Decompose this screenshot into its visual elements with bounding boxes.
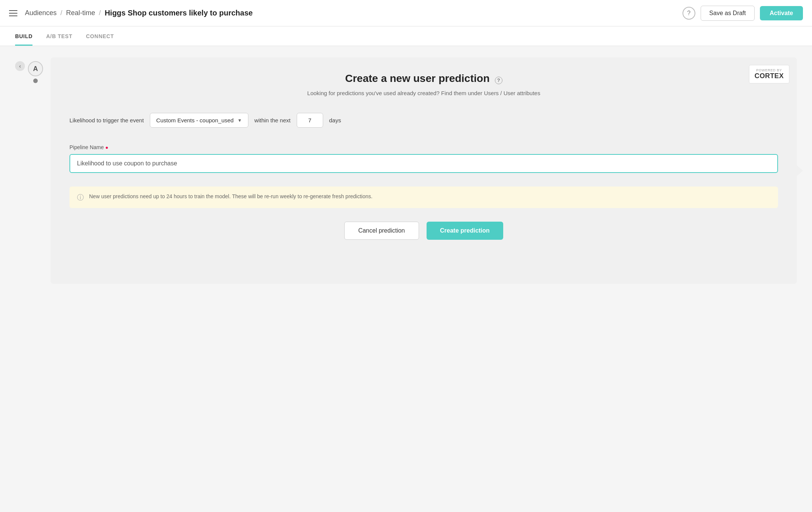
notice-box: ⓘ New user predictions need up to 24 hou… <box>69 187 778 208</box>
days-input[interactable] <box>297 113 323 128</box>
help-icon[interactable]: ? <box>683 7 695 20</box>
breadcrumb-realtime[interactable]: Real-time <box>66 9 95 17</box>
event-dropdown-value: Custom Events - coupon_used <box>156 117 234 123</box>
required-star: ● <box>105 145 108 150</box>
breadcrumb-sep-1: / <box>60 9 62 17</box>
create-prediction-button[interactable]: Create prediction <box>427 222 504 240</box>
powered-by-label: POWERED BY <box>755 68 784 72</box>
breadcrumb-current: Higgs Shop customers likely to purchase <box>105 9 253 17</box>
days-label: days <box>329 117 341 123</box>
notice-text: New user predictions need up to 24 hours… <box>89 193 373 200</box>
info-icon: ⓘ <box>77 193 84 202</box>
top-bar-actions: ? Save as Draft Activate <box>683 6 803 21</box>
card-title: Create a new user prediction ? <box>69 72 778 85</box>
cancel-prediction-button[interactable]: Cancel prediction <box>344 222 419 240</box>
tab-build[interactable]: BUILD <box>15 26 32 46</box>
chevron-down-icon: ▼ <box>237 118 242 123</box>
pipeline-name-label: Pipeline Name ● <box>69 144 778 150</box>
breadcrumb: Audiences / Real-time / Higgs Shop custo… <box>25 9 683 17</box>
side-indicator: A <box>28 57 43 284</box>
main-content: ‹ A POWERED BY CORTEX Create a new user … <box>0 46 812 295</box>
collapse-arrow[interactable]: ‹ <box>15 61 25 71</box>
title-help-icon[interactable]: ? <box>495 77 502 84</box>
cortex-name: CORTEX <box>755 72 784 80</box>
cortex-badge: POWERED BY CORTEX <box>749 65 789 83</box>
save-draft-button[interactable]: Save as Draft <box>701 6 755 21</box>
event-label: Likelihood to trigger the event <box>69 117 144 123</box>
segment-dot <box>33 79 38 83</box>
event-dropdown[interactable]: Custom Events - coupon_used ▼ <box>150 113 248 128</box>
menu-icon[interactable] <box>9 10 17 16</box>
breadcrumb-sep-2: / <box>99 9 101 17</box>
event-row: Likelihood to trigger the event Custom E… <box>69 113 778 128</box>
activate-button[interactable]: Activate <box>760 6 803 20</box>
tabs-bar: BUILD A/B TEST CONNECT <box>0 26 812 46</box>
right-arrow <box>797 165 803 176</box>
tab-ab-test[interactable]: A/B TEST <box>46 26 72 46</box>
prediction-card: POWERED BY CORTEX Create a new user pred… <box>51 57 797 284</box>
top-bar: Audiences / Real-time / Higgs Shop custo… <box>0 0 812 26</box>
segment-label: A <box>28 61 43 76</box>
pipeline-name-group: Pipeline Name ● <box>69 144 778 173</box>
action-buttons: Cancel prediction Create prediction <box>69 222 778 240</box>
within-label: within the next <box>254 117 291 123</box>
card-subtitle: Looking for predictions you've used alre… <box>69 90 778 96</box>
tab-connect[interactable]: CONNECT <box>86 26 114 46</box>
pipeline-name-input[interactable] <box>69 154 778 173</box>
breadcrumb-audiences[interactable]: Audiences <box>25 9 57 17</box>
